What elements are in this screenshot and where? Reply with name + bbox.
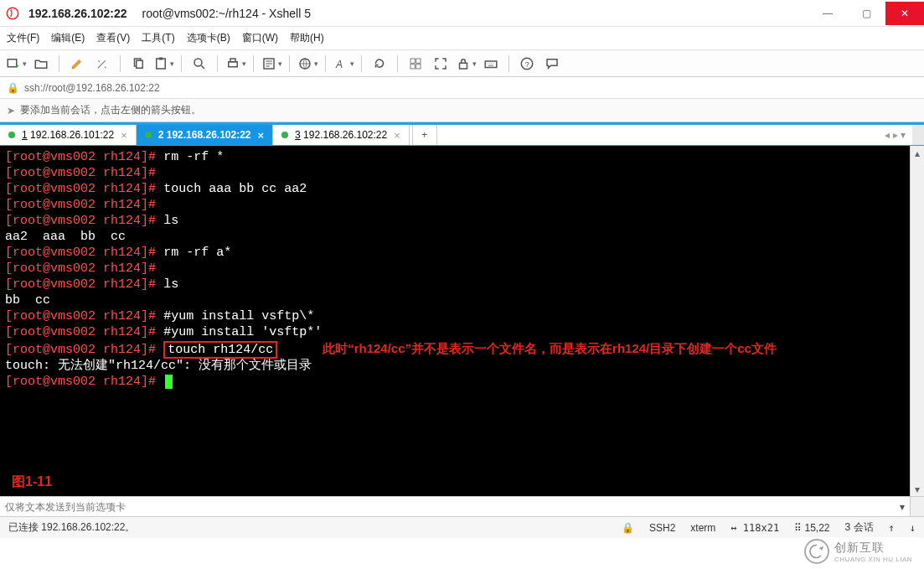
figure-label: 图1-11 (12, 473, 52, 489)
svg-rect-6 (158, 57, 163, 59)
menu-window[interactable]: 窗口(W) (242, 31, 278, 45)
chat-icon[interactable] (541, 53, 563, 75)
svg-rect-5 (156, 59, 165, 69)
svg-rect-9 (230, 59, 235, 62)
tab-status-dot (145, 132, 152, 138)
menu-tab[interactable]: 选项卡(B) (187, 31, 230, 45)
tab-close-icon[interactable]: × (258, 129, 265, 142)
svg-rect-16 (416, 64, 421, 68)
terminal-container: [root@vms002 rh124]# rm -rf *[root@vms00… (0, 146, 924, 496)
status-lock-icon: 🔒 (622, 522, 634, 534)
menu-bar: 文件(F) 编辑(E) 查看(V) 工具(T) 选项卡(B) 窗口(W) 帮助(… (0, 27, 924, 50)
tab-add-button[interactable]: + (412, 125, 437, 145)
watermark-logo-icon (804, 539, 829, 564)
menu-tools[interactable]: 工具(T) (142, 31, 174, 45)
svg-text:?: ? (525, 59, 529, 68)
status-term: xterm (690, 522, 715, 534)
font-icon[interactable]: A▾ (333, 53, 354, 75)
status-nav-up[interactable]: ↑ (889, 522, 895, 534)
tab-close-icon[interactable]: × (394, 129, 400, 142)
status-protocol: SSH2 (649, 522, 675, 534)
svg-rect-13 (410, 59, 415, 63)
status-sessions: 3 会话 (845, 520, 874, 535)
toolbar: +▾ ▾ ▾ ▾ ▾ A▾ ▾ ? (0, 50, 924, 77)
tab-label: 1 1 192.168.26.101:22192.168.26.101:22 (22, 129, 114, 141)
print-icon[interactable]: ▾ (225, 53, 246, 75)
tab-bar: 1 1 192.168.26.101:22192.168.26.101:22 ×… (0, 122, 924, 146)
info-text: 要添加当前会话，点击左侧的箭头按钮。 (20, 103, 201, 117)
fullscreen-icon[interactable] (430, 53, 452, 75)
menu-edit[interactable]: 编辑(E) (51, 31, 85, 45)
tab-status-dot (8, 132, 15, 138)
svg-point-7 (194, 59, 202, 66)
menu-help[interactable]: 帮助(H) (290, 31, 324, 45)
svg-point-0 (7, 8, 18, 19)
keyboard-icon[interactable] (480, 53, 502, 75)
svg-rect-17 (459, 63, 467, 69)
url-bar: 🔒 ssh://root@192.168.26.102:22 (0, 77, 924, 99)
globe-icon[interactable]: ▾ (297, 53, 318, 75)
tab-2[interactable]: 2 192.168.26.102:22 × (137, 125, 273, 145)
padlock-icon[interactable]: ▾ (455, 53, 477, 75)
close-button[interactable]: ✕ (885, 2, 924, 25)
status-size: ↔ 118x21 (730, 522, 779, 534)
refresh-icon[interactable] (369, 53, 390, 75)
title-bar: 192.168.26.102:22 root@vms002:~/rh124 - … (0, 0, 924, 27)
tab-label: 2 192.168.26.102:22 (158, 129, 251, 141)
tab-overflow-scrollbar[interactable] (912, 125, 924, 145)
terminal[interactable]: [root@vms002 rh124]# rm -rf *[root@vms00… (0, 146, 910, 496)
terminal-scrollbar[interactable]: ▴ ▾ (910, 146, 924, 496)
add-session-icon[interactable]: ➤ (7, 105, 15, 116)
send-bar: ▾ (0, 496, 924, 516)
title-path: root@vms002:~/rh124 - Xshell 5 (142, 7, 311, 20)
tab-status-dot (281, 132, 288, 138)
send-more-icon[interactable]: ▾ (895, 501, 910, 513)
svg-text:+: + (15, 62, 19, 70)
maximize-button[interactable]: ▢ (847, 2, 885, 25)
svg-rect-8 (228, 61, 237, 66)
tab-close-icon[interactable]: × (121, 129, 127, 142)
scroll-down-icon[interactable]: ▾ (911, 482, 924, 496)
svg-rect-14 (416, 59, 421, 63)
watermark: 创新互联 CHUANG XIN HU LIAN (799, 537, 917, 566)
menu-file[interactable]: 文件(F) (7, 31, 39, 45)
grid-icon[interactable] (405, 53, 426, 75)
copy-icon[interactable] (127, 53, 149, 75)
paste-icon[interactable]: ▾ (152, 53, 174, 75)
scroll-up-icon[interactable]: ▴ (911, 146, 924, 160)
title-host: 192.168.26.102:22 (28, 7, 127, 20)
tab-3[interactable]: 3 192.168.26.102:22 × (273, 125, 410, 145)
watermark-subtext: CHUANG XIN HU LIAN (834, 556, 912, 563)
window-controls: — ▢ ✕ (808, 2, 924, 25)
svg-rect-4 (137, 60, 143, 68)
svg-rect-15 (410, 64, 415, 68)
svg-rect-18 (485, 61, 497, 68)
url-text[interactable]: ssh://root@192.168.26.102:22 (24, 82, 160, 94)
minimize-button[interactable]: — (808, 2, 847, 25)
properties-icon[interactable]: ▾ (261, 53, 282, 75)
search-icon[interactable] (188, 53, 210, 75)
tab-1[interactable]: 1 1 192.168.26.101:22192.168.26.101:22 × (0, 125, 137, 145)
menu-view[interactable]: 查看(V) (96, 31, 130, 45)
wand-icon[interactable] (91, 53, 113, 75)
send-scrollbar[interactable] (910, 497, 924, 516)
svg-text:A: A (335, 58, 343, 70)
help-icon[interactable]: ? (516, 53, 538, 75)
tab-label: 3 192.168.26.102:22 (295, 129, 387, 141)
send-input[interactable] (5, 501, 895, 513)
status-pos: ⠿ 15,22 (794, 522, 829, 534)
status-nav-down[interactable]: ↓ (910, 522, 916, 534)
open-icon[interactable] (30, 53, 52, 75)
ssh-lock-icon: 🔒 (7, 82, 19, 94)
pen-icon[interactable] (66, 53, 88, 75)
watermark-text: 创新互联 (834, 541, 885, 554)
status-bar: 已连接 192.168.26.102:22。 🔒 SSH2 xterm ↔ 11… (0, 516, 924, 538)
session-info-bar: ➤ 要添加当前会话，点击左侧的箭头按钮。 (0, 99, 924, 122)
tab-nav-arrows[interactable]: ◂ ▸ ▾ (878, 125, 912, 145)
app-icon (5, 6, 20, 21)
status-connection: 已连接 192.168.26.102:22。 (8, 520, 135, 535)
new-session-icon[interactable]: +▾ (5, 53, 27, 75)
